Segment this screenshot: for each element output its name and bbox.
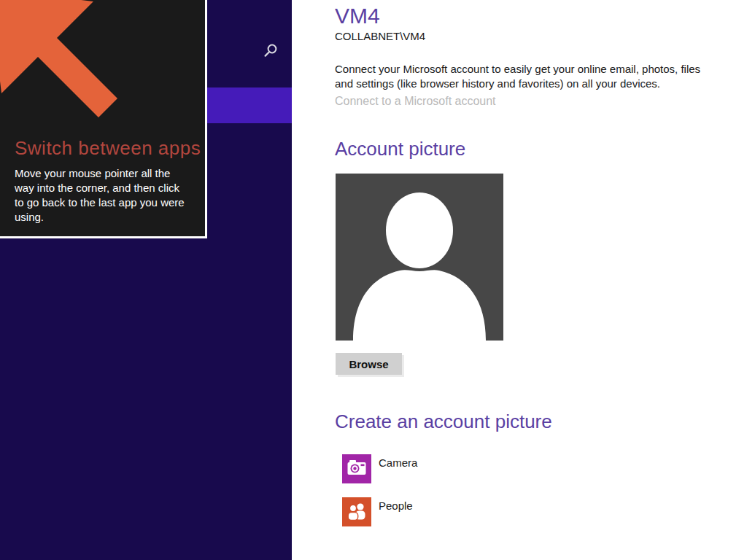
search-icon [261, 50, 280, 63]
arrow-up-left-icon [0, 0, 131, 127]
tooltip-body-line: way into the corner, and then click [15, 181, 185, 195]
account-picture-avatar [336, 174, 503, 341]
camera-label: Camera [379, 456, 417, 469]
people-icon [347, 501, 367, 523]
connect-microsoft-account-link[interactable]: Connect to a Microsoft account [335, 95, 496, 108]
camera-app-item[interactable]: Camera [342, 454, 417, 483]
tooltip-body-line: Move your mouse pointer all the [15, 166, 185, 181]
camera-tile[interactable] [342, 454, 371, 483]
people-label: People [379, 499, 413, 512]
search-button[interactable] [261, 42, 280, 61]
people-app-item[interactable]: People [342, 497, 413, 526]
tooltip-body-line: using. [15, 210, 185, 225]
people-tile[interactable] [342, 497, 371, 526]
account-picture-heading: Account picture [335, 138, 465, 160]
page-title: VM4 [335, 4, 380, 28]
create-account-picture-heading: Create an account picture [335, 411, 552, 433]
camera-icon [347, 458, 367, 480]
microsoft-account-description: Connect your Microsoft account to easily… [335, 62, 700, 91]
account-domain-name: COLLABNET\VM4 [335, 30, 425, 42]
description-line: Connect your Microsoft account to easily… [335, 62, 700, 77]
tooltip-title: Switch between apps [15, 137, 201, 160]
tooltip-body: Move your mouse pointer all the way into… [15, 166, 185, 225]
account-settings-panel: VM4 COLLABNET\VM4 Connect your Microsoft… [292, 0, 747, 560]
switch-apps-tooltip: Switch between apps Move your mouse poin… [0, 0, 207, 238]
description-line: and settings (like browser history and f… [335, 77, 700, 91]
browse-button[interactable]: Browse [336, 353, 402, 375]
tooltip-body-line: to go back to the last app you were [15, 195, 185, 210]
